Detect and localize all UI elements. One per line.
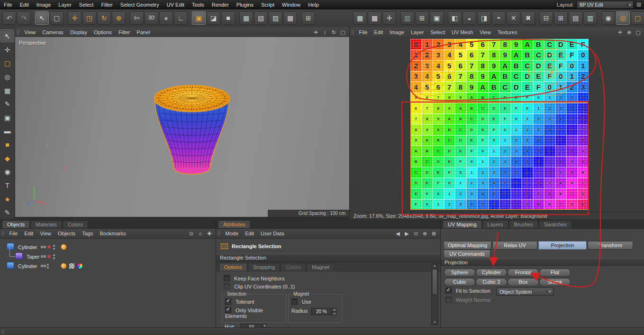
texture-tag-icon[interactable] xyxy=(77,263,83,269)
layout-dropdown[interactable]: BP UV Edit ▼ xyxy=(577,1,634,9)
points-mode-icon[interactable]: ▣ xyxy=(192,11,206,25)
axis-icon[interactable]: ∟ xyxy=(174,11,188,25)
tab-materials[interactable]: Materials xyxy=(30,220,62,228)
viewport-menu-view[interactable]: View xyxy=(21,28,39,37)
flat-projection-button[interactable]: Flat xyxy=(539,269,571,277)
align-uv-icon[interactable]: ⊞ xyxy=(554,11,568,25)
tab-colors[interactable]: Colors xyxy=(63,220,88,228)
panel-grip-icon[interactable]: ⣿ xyxy=(0,231,6,236)
shrink-projection-button[interactable]: Shrink xyxy=(539,278,571,286)
layer-icon[interactable] xyxy=(41,246,46,248)
magnet-use-checkbox[interactable] xyxy=(291,298,298,305)
viewport-menu-filter[interactable]: Filter xyxy=(115,28,133,37)
scrollbar-thumb[interactable] xyxy=(432,269,437,295)
home-icon[interactable]: ⌂ xyxy=(196,230,204,237)
phong-tag-icon[interactable] xyxy=(61,244,67,250)
uv-circle-select-icon[interactable]: ◎ xyxy=(616,11,630,25)
optimal-mapping-button[interactable]: Optimal Mapping xyxy=(444,241,491,250)
search-icon[interactable]: ⊙ xyxy=(187,230,195,237)
uv-menu-textures[interactable]: Textures xyxy=(494,28,521,37)
section-header[interactable]: Rectangle Selection xyxy=(216,254,440,262)
maximize-view-icon[interactable]: ▢ xyxy=(339,28,347,36)
tab-objects[interactable]: Objects xyxy=(2,220,30,228)
menu-tools[interactable]: Tools xyxy=(188,0,208,9)
search-icon[interactable]: ⊙ xyxy=(412,230,420,237)
weight-normal-checkbox[interactable] xyxy=(445,297,452,303)
menu-edit[interactable]: Edit xyxy=(16,0,33,9)
panel-icon[interactable]: ⊞ xyxy=(430,230,438,237)
animation-mode-icon[interactable]: ▨ xyxy=(269,11,282,25)
menu-script[interactable]: Script xyxy=(257,0,278,9)
history-back-icon[interactable]: ◀ xyxy=(394,230,402,237)
tolerant-checkbox[interactable] xyxy=(225,298,231,305)
only-visible-elements-checkbox[interactable] xyxy=(225,307,231,313)
scroll-up-icon[interactable]: ▲ xyxy=(432,263,438,269)
menu-select-geometry[interactable]: Select Geometry xyxy=(117,0,163,9)
uv-move-icon[interactable]: ✛ xyxy=(616,28,624,36)
undo-icon[interactable]: ↶ xyxy=(2,11,16,25)
radius-stepper[interactable]: ▲▼ xyxy=(332,308,336,315)
taper-object-icon[interactable] xyxy=(15,252,23,260)
objects-menu-file[interactable]: File xyxy=(6,229,21,238)
viewport-menu-display[interactable]: Display xyxy=(67,28,91,37)
weld-uv-icon[interactable]: ✕ xyxy=(507,11,520,25)
uv-menu-uv-mesh[interactable]: UV Mesh xyxy=(448,28,476,37)
star-tool-icon[interactable]: ★ xyxy=(0,193,14,205)
menu-image[interactable]: Image xyxy=(33,0,55,9)
paint-3d-icon[interactable]: 3D xyxy=(145,11,158,25)
rectangle-selection-icon[interactable]: ▢ xyxy=(50,11,63,25)
stamp-tool-icon[interactable]: ▣ xyxy=(0,111,14,124)
cylinder-object-icon[interactable] xyxy=(7,262,14,269)
rotate-view-icon[interactable]: ↻ xyxy=(330,28,338,36)
clipped-input[interactable]: 10 xyxy=(240,324,262,327)
tab-options[interactable]: Options xyxy=(219,263,247,271)
disabled-x-icon[interactable]: ✖ xyxy=(47,252,51,261)
uv-menu-edit[interactable]: Edit xyxy=(371,28,386,37)
lock-icon[interactable]: ⊕ xyxy=(421,230,429,237)
edges-mode-icon[interactable]: ◪ xyxy=(207,11,220,25)
marquee-select-tool-icon[interactable]: ▢ xyxy=(0,56,14,69)
tab-attributes[interactable]: Attributes xyxy=(218,220,250,228)
panel-grip-icon[interactable]: ⣿ xyxy=(350,30,356,35)
tab-swatches[interactable]: Swatches xyxy=(539,220,572,228)
eraser-tool-icon[interactable]: ▬ xyxy=(0,124,14,137)
uv-texture-grid[interactable]: 0123456789ABCDEF123456789ABCDEF023456789… xyxy=(410,39,589,210)
attributes-menu-edit[interactable]: Edit xyxy=(242,229,257,238)
attributes-menu-user-data[interactable]: User Data xyxy=(257,229,288,238)
objects-menu-edit[interactable]: Edit xyxy=(21,229,36,238)
uv-menu-select[interactable]: Select xyxy=(427,28,448,37)
cubic2-projection-button[interactable]: Cubic 2 xyxy=(476,278,507,286)
objects-menu-objects[interactable]: Objects xyxy=(54,229,79,238)
disabled-x-icon[interactable]: ✖ xyxy=(47,242,51,252)
phong-tag-icon[interactable] xyxy=(61,263,67,269)
panel-grip-icon[interactable]: ⣿ xyxy=(15,30,21,35)
tab-magnet[interactable]: Magnet xyxy=(307,263,335,271)
mirror-v-icon[interactable]: ◒ xyxy=(463,11,476,25)
camera-label[interactable]: Perspective xyxy=(19,40,46,46)
pen-tool-icon[interactable]: ✎ xyxy=(0,206,14,219)
selection-arrow-tool-icon[interactable]: ↖ xyxy=(0,29,14,42)
menu-filter[interactable]: Filter xyxy=(97,0,116,9)
rotate-tool-icon[interactable]: ↻ xyxy=(97,11,111,25)
cubic-projection-button[interactable]: Cubic xyxy=(444,278,475,286)
viewport-menu-panel[interactable]: Panel xyxy=(133,28,153,37)
paintbrush-tool-icon[interactable]: ✎ xyxy=(0,97,14,110)
polygons-mode-icon[interactable]: ■ xyxy=(221,11,235,25)
tab-brushes[interactable]: Brushes xyxy=(509,220,538,228)
history-forward-icon[interactable]: ▶ xyxy=(403,230,411,237)
menu-plugins[interactable]: Plugins xyxy=(233,0,257,9)
relax-uv-button[interactable]: Relax UV xyxy=(492,241,537,250)
pan-view-icon[interactable]: ✛ xyxy=(312,28,320,36)
objects-menu-bookmarks[interactable]: Bookmarks xyxy=(97,229,129,238)
clip-uv-checkbox[interactable] xyxy=(224,283,230,289)
menu-layer[interactable]: Layer xyxy=(54,0,75,9)
uv-pointer-icon[interactable]: ✛ xyxy=(382,11,396,25)
menu-select[interactable]: Select xyxy=(75,0,98,9)
uv-menu-view[interactable]: View xyxy=(476,28,494,37)
pixel-grid-icon[interactable]: ▥ xyxy=(400,11,414,25)
visibility-dots-icon[interactable] xyxy=(53,245,55,250)
object-axis-mode-icon[interactable]: ▧ xyxy=(254,11,268,25)
coordinate-system-dropdown[interactable]: Object System ▼ xyxy=(497,288,553,296)
live-selection-icon[interactable]: ↖ xyxy=(35,11,49,25)
visibility-dots-icon[interactable] xyxy=(53,254,55,259)
